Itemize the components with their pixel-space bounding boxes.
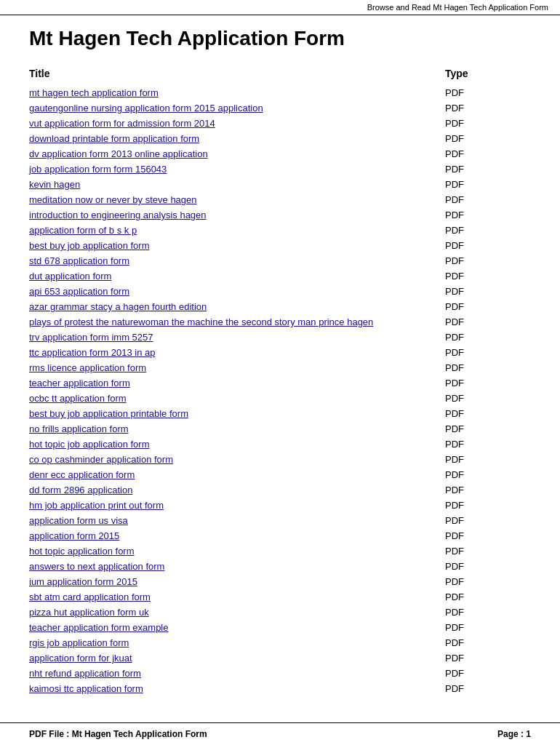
result-link[interactable]: azar grammar stacy a hagen fourth editio… (29, 301, 207, 312)
table-cell-title: job application form form 156043 (29, 162, 431, 177)
table-row: co op cashminder application formPDF (29, 452, 531, 467)
top-bar-text: Browse and Read Mt Hagen Tech Applicatio… (367, 3, 548, 12)
table-row: application form us visaPDF (29, 513, 531, 528)
result-link[interactable]: dd form 2896 application (29, 485, 132, 495)
table-cell-title: application form of b s k p (29, 223, 431, 238)
table-cell-title: azar grammar stacy a hagen fourth editio… (29, 299, 431, 314)
table-cell-type: PDF (431, 299, 531, 314)
table-row: download printable form application form… (29, 131, 531, 146)
result-link[interactable]: vut application form for admission form … (29, 118, 215, 129)
result-link[interactable]: ocbc tt application form (29, 393, 127, 404)
table-cell-type: PDF (431, 100, 531, 116)
result-link[interactable]: pizza hut application form uk (29, 607, 149, 618)
table-row: sbt atm card application formPDF (29, 589, 531, 605)
table-row: no frills application formPDF (29, 421, 531, 437)
table-cell-title: hm job application print out form (29, 498, 431, 513)
table-row: pizza hut application form ukPDF (29, 605, 531, 620)
table-cell-title: meditation now or never by steve hagen (29, 192, 431, 207)
result-link[interactable]: rgis job application form (29, 637, 129, 648)
col-header-title: Title (29, 65, 431, 85)
table-row: application form 2015PDF (29, 528, 531, 543)
table-cell-title: gautengonline nursing application form 2… (29, 100, 431, 116)
table-row: azar grammar stacy a hagen fourth editio… (29, 299, 531, 314)
table-row: job application form form 156043PDF (29, 162, 531, 177)
table-cell-type: PDF (431, 391, 531, 406)
result-link[interactable]: application form us visa (29, 515, 128, 526)
result-link[interactable]: api 653 application form (29, 286, 129, 297)
result-link[interactable]: mt hagen tech application form (29, 87, 159, 98)
result-link[interactable]: application form for jkuat (29, 653, 132, 664)
table-cell-title: download printable form application form (29, 131, 431, 146)
table-cell-type: PDF (431, 437, 531, 452)
table-cell-type: PDF (431, 543, 531, 559)
table-cell-type: PDF (431, 452, 531, 467)
page-title: Mt Hagen Tech Application Form (29, 27, 531, 50)
table-row: hm job application print out formPDF (29, 498, 531, 513)
table-cell-type: PDF (431, 498, 531, 513)
result-link[interactable]: nht refund application form (29, 668, 141, 679)
table-cell-title: std 678 application form (29, 253, 431, 268)
table-cell-type: PDF (431, 406, 531, 421)
result-link[interactable]: dut application form (29, 271, 111, 282)
result-link[interactable]: kaimosi ttc application form (29, 683, 143, 694)
result-link[interactable]: gautengonline nursing application form 2… (29, 103, 263, 113)
table-cell-type: PDF (431, 345, 531, 360)
result-link[interactable]: teacher application form example (29, 622, 169, 633)
table-cell-title: dv application form 2013 online applicat… (29, 146, 431, 162)
result-link[interactable]: download printable form application form (29, 133, 199, 144)
result-link[interactable]: trv application form imm 5257 (29, 332, 153, 343)
table-cell-title: plays of protest the naturewoman the mac… (29, 314, 431, 330)
table-cell-type: PDF (431, 146, 531, 162)
result-link[interactable]: co op cashminder application form (29, 454, 173, 465)
table-cell-title: ium application form 2015 (29, 574, 431, 589)
table-row: mt hagen tech application formPDF (29, 85, 531, 100)
result-link[interactable]: ium application form 2015 (29, 576, 137, 587)
table-cell-type: PDF (431, 192, 531, 207)
table-cell-title: nht refund application form (29, 666, 431, 681)
table-row: gautengonline nursing application form 2… (29, 100, 531, 116)
result-link[interactable]: application form 2015 (29, 530, 119, 541)
footer-left: PDF File : Mt Hagen Tech Application For… (29, 729, 207, 739)
result-link[interactable]: denr ecc application form (29, 469, 135, 480)
result-link[interactable]: introduction to engineering analysis hag… (29, 210, 207, 220)
result-link[interactable]: ttc application form 2013 in ap (29, 347, 155, 358)
table-cell-title: teacher application form example (29, 620, 431, 635)
table-cell-title: hot topic application form (29, 543, 431, 559)
table-cell-type: PDF (431, 238, 531, 253)
table-row: introduction to engineering analysis hag… (29, 207, 531, 223)
result-link[interactable]: rms licence application form (29, 362, 146, 373)
result-link[interactable]: hot topic job application form (29, 439, 149, 450)
table-cell-title: application form 2015 (29, 528, 431, 543)
table-row: meditation now or never by steve hagenPD… (29, 192, 531, 207)
result-link[interactable]: answers to next application form (29, 561, 164, 572)
table-row: dd form 2896 applicationPDF (29, 482, 531, 498)
result-link[interactable]: sbt atm card application form (29, 591, 151, 602)
table-cell-title: no frills application form (29, 421, 431, 437)
table-row: trv application form imm 5257PDF (29, 330, 531, 345)
table-row: rms licence application formPDF (29, 360, 531, 375)
table-cell-type: PDF (431, 605, 531, 620)
table-cell-title: teacher application form (29, 375, 431, 391)
table-cell-type: PDF (431, 528, 531, 543)
result-link[interactable]: dv application form 2013 online applicat… (29, 148, 208, 159)
result-link[interactable]: no frills application form (29, 423, 129, 434)
result-link[interactable]: hm job application print out form (29, 500, 164, 511)
result-link[interactable]: best buy job application printable form (29, 408, 188, 419)
result-link[interactable]: best buy job application form (29, 240, 149, 251)
table-cell-title: sbt atm card application form (29, 589, 431, 605)
result-link[interactable]: meditation now or never by steve hagen (29, 194, 197, 205)
table-cell-title: pizza hut application form uk (29, 605, 431, 620)
result-link[interactable]: teacher application form (29, 378, 130, 389)
result-link[interactable]: plays of protest the naturewoman the mac… (29, 316, 373, 327)
result-link[interactable]: hot topic application form (29, 546, 135, 557)
results-table: Title Type mt hagen tech application for… (29, 65, 531, 696)
result-link[interactable]: std 678 application form (29, 255, 129, 266)
result-link[interactable]: application form of b s k p (29, 225, 137, 236)
result-link[interactable]: kevin hagen (29, 179, 80, 190)
table-cell-type: PDF (431, 589, 531, 605)
table-cell-title: denr ecc application form (29, 467, 431, 482)
table-cell-title: application form for jkuat (29, 650, 431, 666)
table-cell-title: introduction to engineering analysis hag… (29, 207, 431, 223)
table-cell-type: PDF (431, 467, 531, 482)
result-link[interactable]: job application form form 156043 (29, 164, 167, 175)
